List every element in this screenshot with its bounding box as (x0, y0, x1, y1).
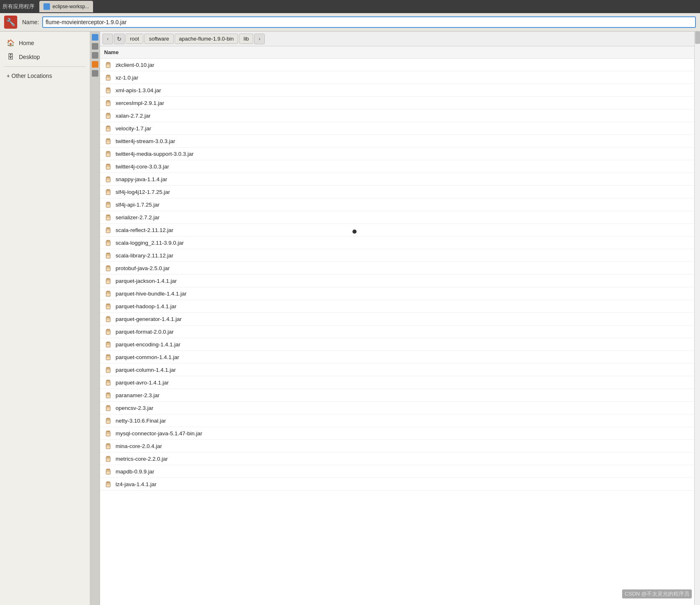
list-item[interactable]: opencsv-2.3.jar (100, 402, 694, 414)
scrollbar[interactable] (694, 32, 700, 605)
list-item[interactable]: parquet-column-1.4.1.jar (100, 364, 694, 376)
list-item[interactable]: parquet-format-2.0.0.jar (100, 325, 694, 338)
list-item[interactable]: lz4-java-1.4.1.jar (100, 478, 694, 491)
svg-rect-60 (106, 317, 110, 322)
eclipse-icon (43, 3, 50, 10)
list-item[interactable]: velocity-1.7.jar (100, 122, 694, 135)
svg-rect-4 (107, 75, 110, 76)
list-item[interactable]: snappy-java-1.1.4.jar (100, 173, 694, 186)
svg-rect-36 (106, 216, 110, 220)
svg-rect-88 (107, 431, 110, 432)
svg-rect-0 (106, 63, 110, 68)
list-item[interactable]: xz-1.0.jar (100, 71, 694, 84)
list-item[interactable]: parquet-common-1.4.1.jar (100, 351, 694, 364)
file-name: scala-library-2.11.12.jar (116, 252, 173, 259)
svg-rect-21 (106, 152, 110, 157)
name-label: Name: (22, 19, 39, 25)
sidebar-item-home[interactable]: 🏠 Home (0, 36, 90, 50)
jar-icon (104, 137, 112, 145)
jar-icon (104, 200, 112, 209)
breadcrumb-flume[interactable]: apache-flume-1.9.0-bin (175, 34, 239, 44)
svg-rect-61 (107, 316, 110, 318)
list-item[interactable]: mysql-connector-java-5.1.47-bin.jar (100, 427, 694, 440)
forward-button[interactable]: › (254, 34, 265, 44)
breadcrumb-software[interactable]: software (144, 34, 173, 44)
list-item[interactable]: protobuf-java-2.5.0.jar (100, 262, 694, 275)
list-item[interactable]: paranamer-2.3.jar (100, 389, 694, 402)
list-item[interactable]: zkclient-0.10.jar (100, 59, 694, 71)
svg-rect-51 (106, 279, 110, 284)
svg-rect-46 (107, 253, 110, 254)
svg-rect-30 (106, 190, 110, 195)
jar-icon (104, 162, 112, 171)
file-list-scroll[interactable]: zkclient-0.10.jar xz-1.0.jar xml-apis-1.… (100, 59, 694, 605)
file-name: zkclient-0.10.jar (116, 62, 155, 68)
list-item[interactable]: xml-apis-1.3.04.jar (100, 84, 694, 97)
jar-icon (104, 366, 112, 374)
file-browser: ‹ ↻ root software apache-flume-1.9.0-bin… (100, 32, 694, 605)
list-item[interactable]: metrics-core-2.2.0.jar (100, 453, 694, 465)
list-item[interactable]: scala-reflect-2.11.12.jar (100, 224, 694, 237)
breadcrumb-root[interactable]: root (125, 34, 143, 44)
list-item[interactable]: twitter4j-media-support-3.0.3.jar (100, 148, 694, 160)
svg-rect-54 (106, 292, 110, 296)
list-item[interactable]: xercesImpl-2.9.1.jar (100, 97, 694, 109)
list-item[interactable]: parquet-hive-bundle-1.4.1.jar (100, 287, 694, 300)
svg-rect-93 (106, 457, 110, 462)
jar-icon (104, 442, 112, 450)
home-icon: 🏠 (7, 39, 15, 47)
file-name: twitter4j-stream-3.0.3.jar (116, 138, 175, 144)
jar-icon (104, 61, 112, 69)
toolbar: 🔧 Name: (0, 13, 700, 32)
back-button[interactable]: ‹ (102, 34, 113, 44)
svg-rect-63 (106, 330, 110, 334)
list-item[interactable]: xalan-2.7.2.jar (100, 109, 694, 122)
svg-rect-25 (107, 164, 110, 165)
svg-rect-91 (107, 444, 110, 445)
list-item[interactable]: serializer-2.7.2.jar (100, 211, 694, 224)
svg-rect-70 (107, 355, 110, 356)
menu-label[interactable]: 所有应用程序 (2, 3, 34, 10)
list-item[interactable]: scala-logging_2.11-3.9.0.jar (100, 237, 694, 249)
list-item[interactable]: slf4j-log4j12-1.7.25.jar (100, 186, 694, 198)
list-item[interactable]: parquet-avro-1.4.1.jar (100, 376, 694, 389)
file-name: parquet-generator-1.4.1.jar (116, 316, 182, 322)
list-item[interactable]: twitter4j-stream-3.0.3.jar (100, 135, 694, 148)
eclipse-tab[interactable]: eclipse-worksp... (39, 1, 93, 12)
list-item[interactable]: scala-library-2.11.12.jar (100, 249, 694, 262)
edge-indicator-1 (92, 34, 98, 41)
file-name: parquet-format-2.0.0.jar (116, 329, 174, 335)
svg-rect-73 (107, 367, 110, 368)
svg-rect-52 (107, 278, 110, 280)
sidebar-item-desktop[interactable]: 🗄 Desktop (0, 50, 90, 64)
svg-rect-13 (107, 113, 110, 114)
scrollbar-thumb[interactable] (695, 32, 700, 44)
list-item[interactable]: parquet-encoding-1.4.1.jar (100, 338, 694, 351)
list-item[interactable]: slf4j-api-1.7.25.jar (100, 198, 694, 211)
svg-rect-75 (106, 381, 110, 385)
jar-icon (104, 353, 112, 361)
breadcrumb-lib[interactable]: lib (239, 34, 253, 44)
file-name: xercesImpl-2.9.1.jar (116, 100, 164, 106)
file-name: metrics-core-2.2.0.jar (116, 456, 168, 462)
list-item[interactable]: parquet-hadoop-1.4.1.jar (100, 300, 694, 313)
svg-rect-90 (106, 444, 110, 449)
refresh-button[interactable]: ↻ (114, 34, 125, 44)
svg-rect-76 (107, 380, 110, 381)
jar-icon (104, 73, 112, 82)
list-item[interactable]: netty-3.10.6.Final.jar (100, 414, 694, 427)
name-column-header[interactable]: Name (104, 49, 118, 55)
list-item[interactable]: parquet-jackson-1.4.1.jar (100, 275, 694, 287)
list-item[interactable]: parquet-generator-1.4.1.jar (100, 313, 694, 325)
filename-input[interactable] (42, 16, 696, 28)
refresh-icon: ↻ (117, 36, 122, 42)
file-name: lz4-java-1.4.1.jar (116, 481, 157, 487)
list-item[interactable]: mina-core-2.0.4.jar (100, 440, 694, 453)
svg-rect-16 (107, 126, 110, 127)
list-item[interactable]: mapdb-0.9.9.jar (100, 465, 694, 478)
sidebar-item-other[interactable]: + Other Locations (0, 69, 90, 82)
sidebar-home-label: Home (19, 40, 34, 46)
file-name: netty-3.10.6.Final.jar (116, 418, 166, 424)
list-item[interactable]: twitter4j-core-3.0.3.jar (100, 160, 694, 173)
file-name: parquet-encoding-1.4.1.jar (116, 341, 180, 348)
